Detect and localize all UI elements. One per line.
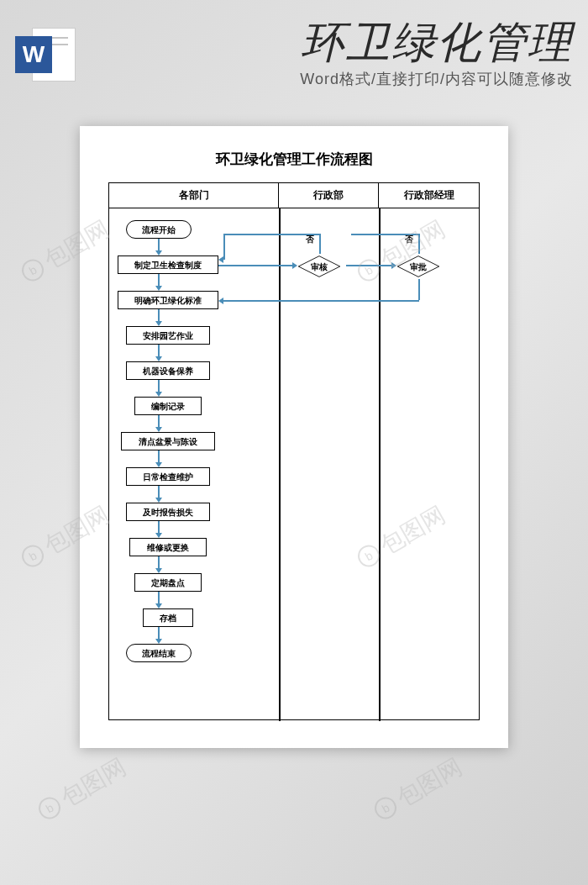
document-page: 环卫绿化管理工作流程图 各部门 行政部 行政部经理 流程开始 制定卫生检查制度 … bbox=[80, 126, 508, 748]
node-step3: 安排园艺作业 bbox=[126, 326, 210, 345]
node-step4: 机器设备保养 bbox=[126, 361, 210, 380]
label-no-review: 否 bbox=[306, 234, 314, 245]
node-step6: 清点盆景与陈设 bbox=[121, 432, 215, 450]
svg-text:b: b bbox=[27, 263, 39, 278]
node-approve: 审批 bbox=[391, 254, 445, 279]
label-no-approve: 否 bbox=[405, 234, 413, 245]
node-step1: 制定卫生检查制度 bbox=[118, 255, 218, 274]
watermark: b包图网 bbox=[32, 751, 132, 828]
node-end: 流程结束 bbox=[126, 644, 192, 662]
node-step2: 明确环卫绿化标准 bbox=[118, 291, 218, 309]
swimlane-diagram: 各部门 行政部 行政部经理 流程开始 制定卫生检查制度 明确环卫绿化标准 安排园… bbox=[108, 182, 480, 720]
node-step11: 存档 bbox=[143, 608, 193, 627]
node-step8: 及时报告损失 bbox=[126, 503, 210, 521]
node-step9: 维修或更换 bbox=[129, 538, 207, 556]
word-icon: W bbox=[15, 24, 76, 85]
watermark: b包图网 bbox=[368, 751, 468, 828]
svg-point-0 bbox=[19, 256, 47, 284]
svg-point-4 bbox=[19, 542, 47, 570]
svg-text:b: b bbox=[380, 801, 392, 816]
template-header: W 环卫绿化管理 Word格式/直接打印/内容可以随意修改 bbox=[0, 20, 588, 89]
node-review: 审核 bbox=[292, 254, 346, 279]
lane-header-departments: 各部门 bbox=[109, 183, 279, 208]
svg-point-8 bbox=[36, 794, 64, 822]
lane-header-admin: 行政部 bbox=[279, 183, 379, 208]
header-subtitle: Word格式/直接打印/内容可以随意修改 bbox=[84, 69, 573, 89]
node-step7: 日常检查维护 bbox=[126, 467, 210, 486]
node-step5: 编制记录 bbox=[134, 397, 202, 415]
svg-text:b: b bbox=[27, 549, 39, 564]
svg-point-10 bbox=[372, 794, 400, 822]
svg-text:b: b bbox=[44, 801, 56, 816]
node-step10: 定期盘点 bbox=[134, 573, 202, 592]
lane-header-manager: 行政部经理 bbox=[379, 183, 479, 208]
node-start: 流程开始 bbox=[126, 220, 192, 239]
header-title: 环卫绿化管理 bbox=[84, 20, 573, 64]
document-title: 环卫绿化管理工作流程图 bbox=[108, 150, 480, 169]
